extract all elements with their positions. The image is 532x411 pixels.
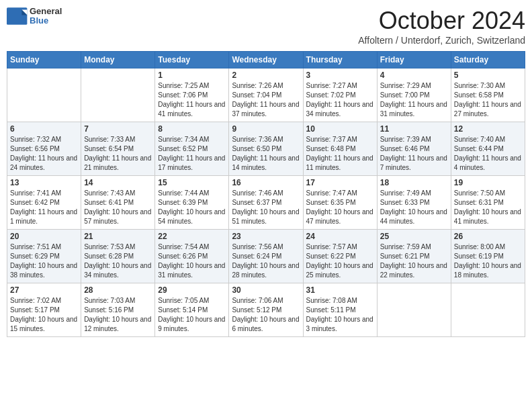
day-info: Sunrise: 7:37 AMSunset: 6:48 PMDaylight:…	[306, 135, 374, 173]
calendar-week-row: 20Sunrise: 7:51 AMSunset: 6:29 PMDayligh…	[7, 230, 525, 283]
header-tuesday: Tuesday	[155, 52, 229, 68]
calendar-cell: 14Sunrise: 7:43 AMSunset: 6:41 PMDayligh…	[81, 176, 155, 230]
day-number: 31	[306, 285, 374, 295]
calendar-cell	[377, 283, 451, 337]
calendar-cell: 3Sunrise: 7:27 AMSunset: 7:02 PMDaylight…	[303, 68, 377, 122]
day-info: Sunrise: 7:25 AMSunset: 7:06 PMDaylight:…	[158, 81, 226, 119]
day-info: Sunrise: 7:30 AMSunset: 6:58 PMDaylight:…	[454, 81, 522, 119]
day-number: 20	[10, 232, 78, 241]
day-number: 18	[380, 178, 448, 187]
location-subtitle: Affoltern / Unterdorf, Zurich, Switzerla…	[358, 35, 525, 46]
logo-general-text: General	[30, 7, 62, 16]
day-number: 23	[232, 232, 300, 241]
calendar-cell: 18Sunrise: 7:49 AMSunset: 6:33 PMDayligh…	[377, 176, 451, 230]
day-number: 21	[84, 232, 152, 241]
calendar-cell: 10Sunrise: 7:37 AMSunset: 6:48 PMDayligh…	[303, 122, 377, 176]
day-info: Sunrise: 7:32 AMSunset: 6:56 PMDaylight:…	[10, 135, 78, 173]
calendar-cell: 13Sunrise: 7:41 AMSunset: 6:42 PMDayligh…	[7, 176, 81, 230]
day-info: Sunrise: 7:44 AMSunset: 6:39 PMDaylight:…	[158, 189, 226, 226]
day-info: Sunrise: 7:54 AMSunset: 6:26 PMDaylight:…	[158, 242, 226, 280]
calendar-cell: 19Sunrise: 7:50 AMSunset: 6:31 PMDayligh…	[451, 176, 525, 230]
day-info: Sunrise: 7:36 AMSunset: 6:50 PMDaylight:…	[232, 135, 300, 173]
title-block: October 2024 Affoltern / Unterdorf, Zuri…	[358, 7, 525, 46]
day-info: Sunrise: 7:47 AMSunset: 6:35 PMDaylight:…	[306, 189, 374, 226]
day-info: Sunrise: 7:26 AMSunset: 7:04 PMDaylight:…	[232, 81, 300, 119]
day-number: 8	[158, 124, 226, 134]
calendar-cell: 22Sunrise: 7:54 AMSunset: 6:26 PMDayligh…	[155, 230, 229, 283]
calendar-cell: 23Sunrise: 7:56 AMSunset: 6:24 PMDayligh…	[229, 230, 303, 283]
logo-icon	[7, 7, 28, 26]
day-number: 6	[10, 124, 78, 134]
day-number: 29	[158, 285, 226, 295]
calendar-cell: 11Sunrise: 7:39 AMSunset: 6:46 PMDayligh…	[377, 122, 451, 176]
day-info: Sunrise: 7:56 AMSunset: 6:24 PMDaylight:…	[232, 242, 300, 280]
day-info: Sunrise: 7:27 AMSunset: 7:02 PMDaylight:…	[306, 81, 374, 119]
calendar-cell: 31Sunrise: 7:08 AMSunset: 5:11 PMDayligh…	[303, 283, 377, 337]
month-title: October 2024	[358, 7, 525, 35]
day-number: 26	[454, 232, 522, 241]
day-number: 7	[84, 124, 152, 134]
day-number: 13	[10, 178, 78, 187]
day-info: Sunrise: 7:49 AMSunset: 6:33 PMDaylight:…	[380, 189, 448, 226]
day-info: Sunrise: 7:40 AMSunset: 6:44 PMDaylight:…	[454, 135, 522, 173]
day-info: Sunrise: 7:53 AMSunset: 6:28 PMDaylight:…	[84, 242, 152, 280]
calendar-cell: 6Sunrise: 7:32 AMSunset: 6:56 PMDaylight…	[7, 122, 81, 176]
calendar-cell: 16Sunrise: 7:46 AMSunset: 6:37 PMDayligh…	[229, 176, 303, 230]
calendar-cell: 30Sunrise: 7:06 AMSunset: 5:12 PMDayligh…	[229, 283, 303, 337]
day-info: Sunrise: 7:39 AMSunset: 6:46 PMDaylight:…	[380, 135, 448, 173]
day-info: Sunrise: 7:51 AMSunset: 6:29 PMDaylight:…	[10, 242, 78, 280]
day-number: 30	[232, 285, 300, 295]
day-number: 19	[454, 178, 522, 187]
calendar-cell: 26Sunrise: 8:00 AMSunset: 6:19 PMDayligh…	[451, 230, 525, 283]
day-info: Sunrise: 7:57 AMSunset: 6:22 PMDaylight:…	[306, 242, 374, 280]
day-number: 2	[232, 71, 300, 80]
calendar-cell: 24Sunrise: 7:57 AMSunset: 6:22 PMDayligh…	[303, 230, 377, 283]
calendar-week-row: 13Sunrise: 7:41 AMSunset: 6:42 PMDayligh…	[7, 176, 525, 230]
day-number: 14	[84, 178, 152, 187]
day-info: Sunrise: 7:59 AMSunset: 6:21 PMDaylight:…	[380, 242, 448, 280]
calendar-cell: 25Sunrise: 7:59 AMSunset: 6:21 PMDayligh…	[377, 230, 451, 283]
calendar-cell: 2Sunrise: 7:26 AMSunset: 7:04 PMDaylight…	[229, 68, 303, 122]
calendar-cell: 4Sunrise: 7:29 AMSunset: 7:00 PMDaylight…	[377, 68, 451, 122]
calendar-cell: 1Sunrise: 7:25 AMSunset: 7:06 PMDaylight…	[155, 68, 229, 122]
calendar-cell	[451, 283, 525, 337]
day-number: 9	[232, 124, 300, 134]
day-info: Sunrise: 7:05 AMSunset: 5:14 PMDaylight:…	[158, 296, 226, 334]
header-sunday: Sunday	[7, 52, 81, 68]
day-number: 10	[306, 124, 374, 134]
day-number: 3	[306, 71, 374, 80]
day-info: Sunrise: 7:06 AMSunset: 5:12 PMDaylight:…	[232, 296, 300, 334]
header-thursday: Thursday	[303, 52, 377, 68]
logo: General Blue	[7, 7, 62, 26]
calendar-cell: 8Sunrise: 7:34 AMSunset: 6:52 PMDaylight…	[155, 122, 229, 176]
day-number: 12	[454, 124, 522, 134]
day-number: 15	[158, 178, 226, 187]
day-info: Sunrise: 7:46 AMSunset: 6:37 PMDaylight:…	[232, 189, 300, 226]
day-number: 5	[454, 71, 522, 80]
day-number: 1	[158, 71, 226, 80]
day-info: Sunrise: 7:50 AMSunset: 6:31 PMDaylight:…	[454, 189, 522, 226]
logo-blue-text: Blue	[30, 16, 62, 26]
day-info: Sunrise: 7:33 AMSunset: 6:54 PMDaylight:…	[84, 135, 152, 173]
day-number: 24	[306, 232, 374, 241]
calendar-cell	[81, 68, 155, 122]
calendar-cell: 7Sunrise: 7:33 AMSunset: 6:54 PMDaylight…	[81, 122, 155, 176]
calendar-cell: 5Sunrise: 7:30 AMSunset: 6:58 PMDaylight…	[451, 68, 525, 122]
calendar-cell: 29Sunrise: 7:05 AMSunset: 5:14 PMDayligh…	[155, 283, 229, 337]
day-number: 17	[306, 178, 374, 187]
calendar-cell: 28Sunrise: 7:03 AMSunset: 5:16 PMDayligh…	[81, 283, 155, 337]
calendar-week-row: 1Sunrise: 7:25 AMSunset: 7:06 PMDaylight…	[7, 68, 525, 122]
day-number: 16	[232, 178, 300, 187]
header-wednesday: Wednesday	[229, 52, 303, 68]
header-monday: Monday	[81, 52, 155, 68]
header-saturday: Saturday	[451, 52, 525, 68]
calendar-cell	[7, 68, 81, 122]
calendar-cell: 9Sunrise: 7:36 AMSunset: 6:50 PMDaylight…	[229, 122, 303, 176]
day-number: 27	[10, 285, 78, 295]
calendar-cell: 20Sunrise: 7:51 AMSunset: 6:29 PMDayligh…	[7, 230, 81, 283]
calendar-header-row: SundayMondayTuesdayWednesdayThursdayFrid…	[7, 52, 525, 68]
calendar-cell: 15Sunrise: 7:44 AMSunset: 6:39 PMDayligh…	[155, 176, 229, 230]
day-number: 25	[380, 232, 448, 241]
calendar-cell: 21Sunrise: 7:53 AMSunset: 6:28 PMDayligh…	[81, 230, 155, 283]
day-info: Sunrise: 7:41 AMSunset: 6:42 PMDaylight:…	[10, 189, 78, 226]
